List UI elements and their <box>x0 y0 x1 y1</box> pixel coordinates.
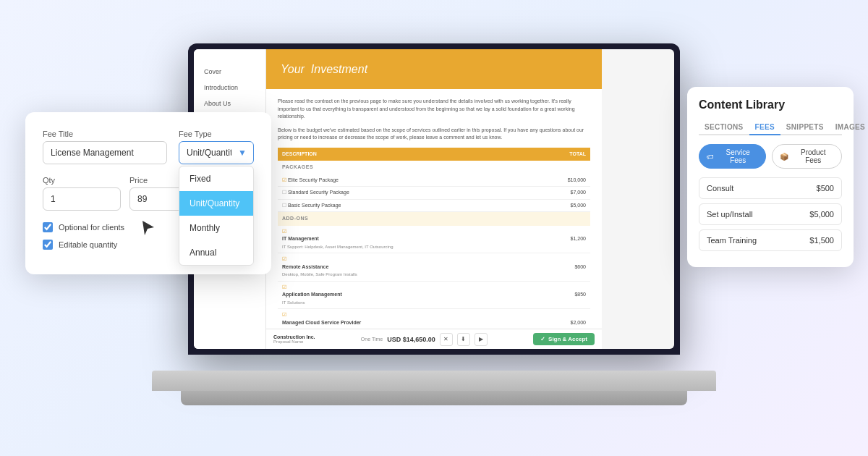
one-time-label: One Time <box>361 337 383 342</box>
bottom-bar: Construction Inc. Proposal Name One Time… <box>266 329 602 349</box>
investment-page: Your Investment Please read the contract… <box>266 49 602 349</box>
tag-icon: 🏷 <box>707 153 714 161</box>
col-description: DESCRIPTION <box>278 148 528 161</box>
fee-editor-card: Fee Title Fee Type Unit/Quantity Fixed M… <box>25 112 271 274</box>
laptop-base <box>152 371 716 391</box>
download-button[interactable]: ⬇ <box>457 333 470 346</box>
list-item: Team Training $1,500 <box>699 229 842 251</box>
send-button[interactable]: ▶ <box>475 333 488 346</box>
addon-desc: IT Solutions <box>282 300 305 305</box>
investment-header: Your Investment <box>266 49 602 89</box>
fee-type-select[interactable]: Unit/Quantity Fixed Monthly Annual <box>179 141 254 164</box>
fee-title-input[interactable] <box>43 141 167 164</box>
investment-body: Please read the contract on the previous… <box>266 89 602 349</box>
tab-images[interactable]: IMAGES <box>830 120 868 134</box>
box-icon: 📦 <box>780 153 788 161</box>
packages-label: PACKAGES <box>278 161 590 174</box>
addons-label: ADD-ONS <box>278 212 590 226</box>
tab-snippets[interactable]: SNIPPETS <box>780 120 830 134</box>
proposal-name: Proposal Name <box>273 339 315 344</box>
library-title: Content Library <box>699 98 842 111</box>
addon-amount: $1,200 <box>528 226 590 253</box>
addon-name: Remote Assistance <box>282 263 524 271</box>
fee-title-group: Fee Title <box>43 130 167 164</box>
fee-name: Set up/Install <box>707 210 753 219</box>
nav-about-us[interactable]: About Us <box>201 96 258 111</box>
dropdown-item-monthly[interactable]: Monthly <box>179 216 253 240</box>
fee-name: Consult <box>707 184 733 193</box>
checkmark-icon: ✓ <box>540 336 545 342</box>
fee-name: Team Training <box>707 236 757 245</box>
total-amount: USD $14,650.00 <box>387 336 435 343</box>
product-fees-button[interactable]: 📦 Product Fees <box>772 144 842 169</box>
table-row: Standard Security Package $7,000 <box>278 187 590 200</box>
fee-title-row: Fee Title Fee Type Unit/Quantity Fixed M… <box>43 130 254 164</box>
nav-introduction[interactable]: Introduction <box>201 80 258 96</box>
addon-desc: IT Support: Helpdesk, Asset Management, … <box>282 245 393 249</box>
content-library-card: Content Library SECTIONS FEES SNIPPETS I… <box>687 87 854 267</box>
company-name: Construction Inc. <box>273 334 315 339</box>
package-amount: $10,000 <box>528 174 590 187</box>
addon-name: Application Management <box>282 291 524 299</box>
fee-type-label: Fee Type <box>179 130 254 138</box>
package-amount: $5,000 <box>528 199 590 212</box>
qty-input[interactable] <box>43 187 121 211</box>
below-text: Below is the budget we've estimated base… <box>278 127 590 142</box>
laptop-foot <box>181 391 687 405</box>
nav-cover[interactable]: Cover <box>201 64 258 80</box>
addon-amount: $850 <box>528 281 590 309</box>
col-total: TOTAL <box>528 148 590 161</box>
list-item: Consult $500 <box>699 177 842 199</box>
tab-sections[interactable]: SECTIONS <box>699 120 749 134</box>
bottom-bar-center: One Time USD $14,650.00 ✕ ⬇ ▶ <box>361 333 488 346</box>
package-name: Elite Security Package <box>278 174 528 187</box>
table-row: Basic Security Package $5,000 <box>278 199 590 212</box>
table-row: Application ManagementIT Solutions $850 <box>278 281 590 309</box>
fee-price: $1,500 <box>809 236 834 245</box>
fee-type-group: Fee Type Unit/Quantity Fixed Monthly Ann… <box>179 130 254 164</box>
package-name: Standard Security Package <box>278 187 528 200</box>
type-buttons: 🏷 Service Fees 📦 Product Fees <box>699 144 842 169</box>
sign-accept-button[interactable]: ✓ Sign & Accept <box>533 333 595 345</box>
intro-text: Please read the contract on the previous… <box>278 98 590 121</box>
fee-title-label: Fee Title <box>43 130 167 138</box>
fee-table: DESCRIPTION TOTAL PACKAGES Elite Securit… <box>278 148 590 350</box>
company-info: Construction Inc. Proposal Name <box>273 334 315 344</box>
addon-amount: $600 <box>528 253 590 282</box>
editable-checkbox[interactable] <box>43 240 53 250</box>
dropdown-item-fixed[interactable]: Fixed <box>179 166 253 191</box>
table-row: Remote AssistanceDesktop, Mobile, Safe P… <box>278 253 590 282</box>
qty-label: Qty <box>43 176 121 185</box>
fee-price: $500 <box>817 184 834 193</box>
table-row: Elite Security Package $10,000 <box>278 174 590 187</box>
list-item: Set up/Install $5,000 <box>699 203 842 225</box>
close-button[interactable]: ✕ <box>440 333 453 346</box>
optional-checkbox[interactable] <box>43 222 53 232</box>
table-row: IT ManagementIT Support: Helpdesk, Asset… <box>278 226 590 253</box>
fee-price: $5,000 <box>809 210 834 219</box>
optional-label: Optional for clients <box>59 223 124 232</box>
addon-name: IT Management <box>282 235 524 243</box>
editable-label: Editable quantity <box>59 240 117 249</box>
tab-fees[interactable]: FEES <box>749 120 780 135</box>
fee-table-header: DESCRIPTION TOTAL <box>278 148 590 161</box>
service-fees-button[interactable]: 🏷 Service Fees <box>699 144 766 169</box>
dropdown-item-annual[interactable]: Annual <box>179 240 253 265</box>
library-tabs: SECTIONS FEES SNIPPETS IMAGES <box>699 120 842 135</box>
addon-desc: Desktop, Mobile, Safe Program Installs <box>282 272 357 276</box>
investment-title: Your Investment <box>281 63 367 76</box>
fee-type-select-wrapper: Unit/Quantity Fixed Monthly Annual ▼ Fix… <box>179 141 254 164</box>
package-name: Basic Security Package <box>278 199 528 212</box>
dropdown-item-unit-quantity[interactable]: Unit/Quantity <box>179 191 253 216</box>
addon-name: Managed Cloud Service Provider <box>282 319 524 327</box>
fee-type-dropdown: Fixed Unit/Quantity Monthly Annual <box>179 166 254 266</box>
package-amount: $7,000 <box>528 187 590 200</box>
qty-group: Qty <box>43 176 121 211</box>
